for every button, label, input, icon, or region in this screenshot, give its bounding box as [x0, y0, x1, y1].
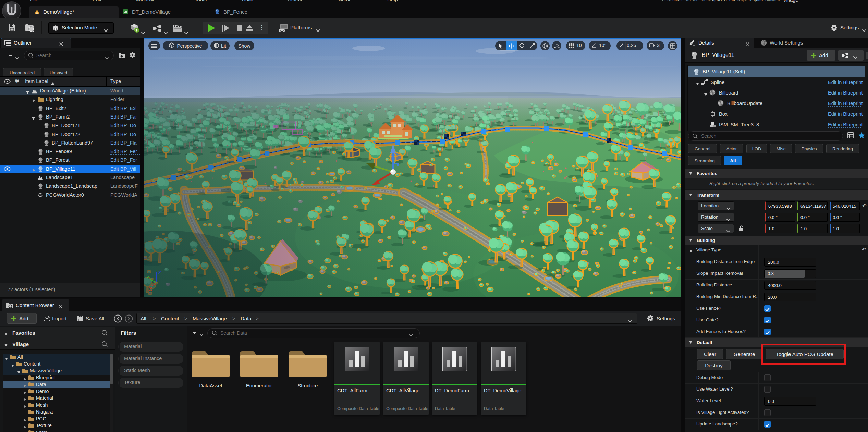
svg-text:Y: Y — [146, 275, 149, 280]
svg-text:X: X — [149, 286, 152, 292]
svg-text:Z: Z — [158, 270, 161, 275]
